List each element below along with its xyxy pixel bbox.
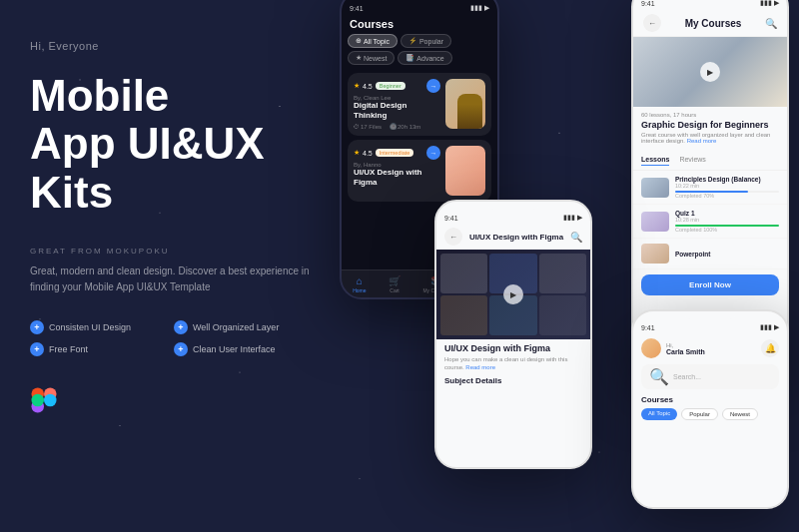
phone3-notch bbox=[488, 202, 538, 210]
phone-profile: 9:41 ▮▮▮ ▶ Hi, Carla Smith 🔔 🔍 Search...… bbox=[631, 309, 789, 509]
phone4-header: Hi, Carla Smith 🔔 bbox=[633, 333, 787, 362]
features-grid: Consisten UI Design Well Organized Layer… bbox=[30, 320, 310, 356]
phone3-search-icon[interactable]: 🔍 bbox=[570, 232, 582, 243]
chip-advance[interactable]: 📑 Advance bbox=[398, 51, 451, 65]
tab-reviews[interactable]: Reviews bbox=[679, 156, 705, 166]
feature-item-2: Well Organized Layer bbox=[174, 320, 310, 334]
svg-point-4 bbox=[44, 394, 57, 407]
course-detail-info: 60 lessons, 17 hours Graphic Design for … bbox=[633, 107, 787, 152]
enroll-now-button[interactable]: Enroll Now bbox=[641, 274, 779, 295]
lesson-item-1[interactable]: Principles Design (Balance) 10:22 min Co… bbox=[633, 171, 787, 205]
phone3-banner: ▶ bbox=[436, 250, 590, 339]
figma-icon bbox=[30, 386, 58, 414]
course-meta-1: ★ 4.5 Beginner → bbox=[354, 79, 440, 93]
course-arrow-2[interactable]: → bbox=[426, 146, 440, 160]
mini-chip-all[interactable]: All Topic bbox=[641, 408, 677, 420]
lesson-item-2[interactable]: Quiz 1 10:28 min Completed 100% bbox=[633, 205, 787, 239]
phone4-screen: 9:41 ▮▮▮ ▶ Hi, Carla Smith 🔔 🔍 Search...… bbox=[633, 311, 787, 507]
course-arrow-1[interactable]: → bbox=[426, 79, 440, 93]
phone3-play-button[interactable]: ▶ bbox=[503, 284, 523, 304]
read-more[interactable]: Read more bbox=[687, 138, 717, 144]
feature-dot-3 bbox=[30, 342, 44, 356]
feature-dot-4 bbox=[174, 342, 188, 356]
play-button[interactable]: ▶ bbox=[700, 62, 720, 82]
feature-item-4: Clean User Interface bbox=[174, 342, 310, 356]
lesson-thumb-3 bbox=[641, 244, 669, 264]
lesson-thumb-2 bbox=[641, 212, 669, 232]
back-button[interactable]: ← bbox=[643, 14, 661, 32]
course-card-1[interactable]: ★ 4.5 Beginner → By, Clean Lee Digital D… bbox=[348, 73, 491, 136]
phone3-status-bar: 9:41 ▮▮▮ ▶ bbox=[436, 210, 590, 224]
mini-chip-newest[interactable]: Newest bbox=[722, 408, 758, 420]
greeting-text: Hi, Everyone bbox=[30, 40, 310, 52]
search-bar[interactable]: 🔍 Search... bbox=[641, 364, 779, 389]
course-banner: ▶ bbox=[633, 37, 787, 107]
phone-uiux-design: 9:41 ▮▮▮ ▶ ← UI/UX Design with Figma 🔍 bbox=[434, 200, 592, 469]
nav-home[interactable]: ⌂ Home bbox=[353, 275, 366, 293]
course-card-2[interactable]: ★ 4.5 Intermediate → By, Hanno UI/UX Des… bbox=[348, 140, 491, 202]
phone3-screen: 9:41 ▮▮▮ ▶ ← UI/UX Design with Figma 🔍 bbox=[436, 202, 590, 467]
lesson-thumb-1 bbox=[641, 178, 669, 198]
phone1-status-bar: 9:41 ▮▮▮ ▶ bbox=[342, 0, 497, 14]
subject-details-label: Subject Details bbox=[436, 372, 590, 387]
chip-all-topic[interactable]: ⊕ All Topic bbox=[348, 34, 398, 48]
user-avatar bbox=[641, 338, 661, 358]
left-panel: Hi, Everyone Mobile App UI&UX Kits GREAT… bbox=[0, 0, 340, 532]
phone3-header: ← UI/UX Design with Figma 🔍 bbox=[436, 224, 590, 250]
mini-chips: All Topic Popular Newest bbox=[633, 406, 787, 422]
mini-chip-popular[interactable]: Popular bbox=[681, 408, 718, 420]
lesson-item-3[interactable]: Powerpoint bbox=[633, 239, 787, 269]
main-title: Mobile App UI&UX Kits bbox=[30, 72, 310, 217]
feature-dot-2 bbox=[174, 320, 188, 334]
course-meta-2: ★ 4.5 Intermediate → bbox=[354, 146, 440, 160]
feature-dot-1 bbox=[30, 320, 44, 334]
course-stats-1: ⏱ 17 Files 🕐 20h 13m bbox=[354, 123, 440, 130]
phone4-status-bar: 9:41 ▮▮▮ ▶ bbox=[633, 319, 787, 333]
courses-label: Courses bbox=[633, 393, 787, 406]
chip-newest[interactable]: ★ Newest bbox=[348, 51, 395, 65]
subtitle-label: GREAT FROM MOKUPOKU bbox=[30, 247, 310, 256]
tab-lessons[interactable]: Lessons bbox=[641, 156, 669, 166]
feature-item-1: Consisten UI Design bbox=[30, 320, 166, 334]
phone3-course-title: UI/UX Design with Figma bbox=[436, 339, 590, 355]
notification-icon[interactable]: 🔔 bbox=[761, 339, 779, 357]
svg-rect-3 bbox=[31, 394, 44, 407]
nav-cart[interactable]: 🛒 Cart bbox=[389, 275, 400, 293]
my-courses-header: ← My Courses 🔍 bbox=[633, 9, 787, 37]
filter-chips: ⊕ All Topic ⚡ Popular ★ Newest 📑 Advance bbox=[342, 34, 497, 69]
lessons-tabs: Lessons Reviews bbox=[633, 152, 787, 171]
search-icon[interactable]: 🔍 bbox=[765, 18, 777, 29]
feature-item-3: Free Font bbox=[30, 342, 166, 356]
description-text: Great, modern and clean design. Discover… bbox=[30, 264, 310, 295]
chip-popular[interactable]: ⚡ Popular bbox=[400, 34, 451, 48]
phone4-notch bbox=[685, 311, 735, 319]
course-img-1 bbox=[445, 79, 485, 129]
phone2-status-bar: 9:41 ▮▮▮ ▶ bbox=[633, 0, 787, 9]
phones-container: 9:41 ▮▮▮ ▶ Courses ⊕ All Topic ⚡ Popular… bbox=[320, 0, 799, 532]
phone3-back-button[interactable]: ← bbox=[444, 228, 462, 246]
phone3-read-more[interactable]: Read more bbox=[465, 364, 495, 370]
course-img-2 bbox=[445, 146, 485, 196]
courses-header: Courses bbox=[342, 14, 497, 34]
